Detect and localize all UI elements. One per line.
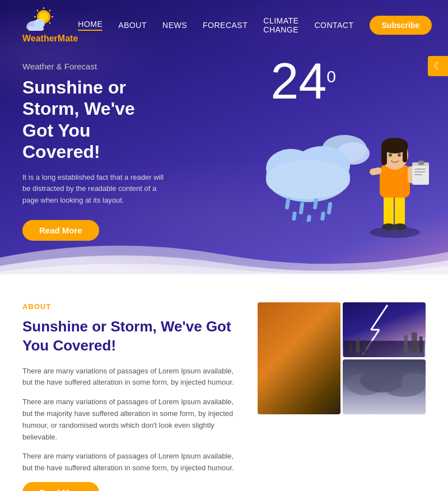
hero-read-more-button[interactable]: Read More xyxy=(22,220,99,241)
svg-rect-28 xyxy=(384,193,394,227)
about-image-grid xyxy=(258,302,426,414)
svg-rect-13 xyxy=(28,26,44,31)
nav-forecast[interactable]: FORECAST xyxy=(203,21,248,30)
svg-rect-24 xyxy=(292,211,297,221)
about-paragraph-2: There are many variations of passages of… xyxy=(22,396,235,443)
nav-contact[interactable]: CONTACT xyxy=(314,21,353,30)
svg-line-6 xyxy=(37,10,38,11)
logo-icon xyxy=(22,7,58,34)
svg-rect-54 xyxy=(404,335,408,353)
svg-line-9 xyxy=(49,10,50,11)
nav-climate[interactable]: CLIMATE CHANGE xyxy=(263,16,298,34)
hero-subtitle: Weather & Forecast xyxy=(22,62,168,71)
logo: WeatherMate xyxy=(22,7,78,44)
svg-rect-55 xyxy=(412,333,417,353)
svg-line-7 xyxy=(49,22,50,24)
about-read-more-button[interactable]: Read More xyxy=(22,482,99,491)
svg-rect-23 xyxy=(327,202,333,215)
about-image-lightning xyxy=(343,302,426,357)
svg-rect-21 xyxy=(299,202,305,215)
svg-rect-25 xyxy=(306,214,311,221)
svg-rect-52 xyxy=(356,338,360,353)
svg-rect-45 xyxy=(414,174,422,175)
about-text-content: ABOUT Sunshine or Storm, We've Got You C… xyxy=(22,302,235,491)
svg-rect-32 xyxy=(380,165,410,198)
svg-rect-44 xyxy=(414,171,426,172)
hero-title: Sunshine or Storm, We've Got You Covered… xyxy=(22,77,168,163)
subscribe-button[interactable]: Subscribe xyxy=(370,16,432,35)
weather-character xyxy=(358,115,431,238)
nav-links: HOME ABOUT NEWS FORECAST CLIMATE CHANGE … xyxy=(78,16,432,35)
svg-point-31 xyxy=(393,223,407,230)
svg-rect-53 xyxy=(363,340,366,353)
about-image-clouds-dark xyxy=(343,359,426,414)
svg-rect-29 xyxy=(395,193,405,227)
svg-rect-36 xyxy=(403,146,407,162)
weather-cloud-graphic xyxy=(258,132,370,224)
nav-news[interactable]: NEWS xyxy=(162,21,187,30)
hero-content: Weather & Forecast Sunshine or Storm, We… xyxy=(0,45,190,241)
cloud-rain-icon xyxy=(258,132,370,222)
about-section: ABOUT Sunshine or Storm, We've Got You C… xyxy=(0,274,448,491)
temperature-display: 240 xyxy=(270,56,336,106)
svg-rect-46 xyxy=(418,161,424,165)
navigation: WeatherMate HOME ABOUT NEWS FORECAST CLI… xyxy=(0,0,448,50)
about-paragraph-3: There are many variations of passages of… xyxy=(22,451,235,474)
nav-about[interactable]: ABOUT xyxy=(118,21,147,30)
svg-point-19 xyxy=(266,160,350,199)
svg-rect-51 xyxy=(349,342,352,353)
svg-point-37 xyxy=(389,153,392,157)
about-paragraph-1: There are many variations of passages of… xyxy=(22,366,235,389)
hero-section: WeatherMate HOME ABOUT NEWS FORECAST CLI… xyxy=(0,0,448,274)
svg-point-38 xyxy=(398,153,401,157)
svg-rect-26 xyxy=(320,211,325,221)
about-image-storm-warm xyxy=(258,302,340,414)
svg-rect-35 xyxy=(381,146,387,165)
about-title: Sunshine or Storm, We've Got You Covered… xyxy=(22,317,235,356)
lightning-svg xyxy=(343,302,426,357)
clouds-svg xyxy=(343,359,426,414)
svg-line-47 xyxy=(371,305,387,330)
brand-name: WeatherMate xyxy=(22,34,78,44)
svg-rect-56 xyxy=(419,336,423,353)
dark-mode-toggle[interactable]: ☾ xyxy=(428,56,448,76)
hero-description: It is a long established fact that a rea… xyxy=(22,172,168,207)
svg-rect-20 xyxy=(285,198,291,209)
about-section-label: ABOUT xyxy=(22,302,235,311)
svg-rect-43 xyxy=(414,169,426,170)
nav-home[interactable]: HOME xyxy=(78,20,102,31)
